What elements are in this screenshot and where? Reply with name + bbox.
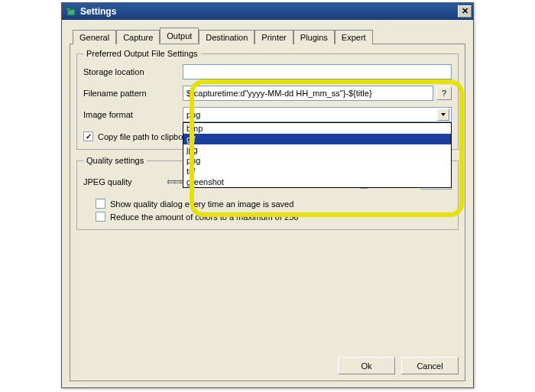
format-row: Image format png bmp gif jpg png tiff [83,107,452,122]
svg-rect-1 [66,8,70,10]
close-button[interactable]: ✕ [458,5,472,18]
storage-row: Storage location [83,64,452,79]
format-select-value: png [186,110,437,119]
format-label: Image format [83,110,183,119]
tab-panel-output: Preferred Output File Settings Storage l… [70,44,465,381]
filename-row: Filename pattern ? [83,86,452,101]
preferred-output-group: Preferred Output File Settings Storage l… [76,49,459,150]
tab-output[interactable]: Output [160,28,199,44]
clipboard-checkbox[interactable] [83,131,93,141]
show-dialog-row: Show quality dialog every time an image … [96,199,452,209]
app-icon [65,5,77,18]
content-area: General Capture Output Destination Print… [62,20,473,387]
titlebar: Settings ✕ [62,3,473,20]
tab-plugins[interactable]: Plugins [293,30,335,44]
format-option-jpg[interactable]: jpg [183,144,451,155]
ok-button[interactable]: Ok [338,357,395,374]
tab-capture[interactable]: Capture [116,30,160,44]
preferred-output-legend: Preferred Output File Settings [83,49,201,58]
format-option-greenshot[interactable]: greenshot [183,177,451,187]
cancel-button[interactable]: Cancel [401,357,459,374]
filename-label: Filename pattern [83,89,183,98]
format-select[interactable]: png [183,107,452,122]
storage-label: Storage location [83,67,183,76]
filename-help-button[interactable]: ? [436,86,452,100]
format-option-gif[interactable]: gif [183,134,451,144]
window-title: Settings [80,6,458,17]
tab-printer[interactable]: Printer [255,30,293,44]
reduce-colors-checkbox[interactable] [96,212,105,222]
tab-expert[interactable]: Expert [335,30,373,44]
format-option-tiff[interactable]: tiff [183,166,451,177]
jpeg-label: JPEG quality [83,177,167,186]
tab-strip: General Capture Output Destination Print… [73,28,465,44]
show-dialog-label: Show quality dialog every time an image … [110,199,293,209]
format-option-png[interactable]: png [183,155,451,166]
chevron-down-icon [437,109,449,121]
show-dialog-checkbox[interactable] [96,199,105,209]
settings-dialog: Settings ✕ General Capture Output Destin… [61,2,474,388]
reduce-colors-row: Reduce the amount of colors to a maximum… [96,212,452,222]
storage-input[interactable] [183,64,452,79]
button-bar: Ok Cancel [76,351,459,374]
format-option-bmp[interactable]: bmp [183,123,451,134]
tab-general[interactable]: General [73,30,116,44]
reduce-colors-label: Reduce the amount of colors to a maximum… [110,212,298,222]
format-dropdown-list: bmp gif jpg png tiff greenshot [183,122,452,188]
tab-destination[interactable]: Destination [199,30,255,44]
quality-legend: Quality settings [83,156,147,165]
filename-input[interactable] [183,86,433,101]
